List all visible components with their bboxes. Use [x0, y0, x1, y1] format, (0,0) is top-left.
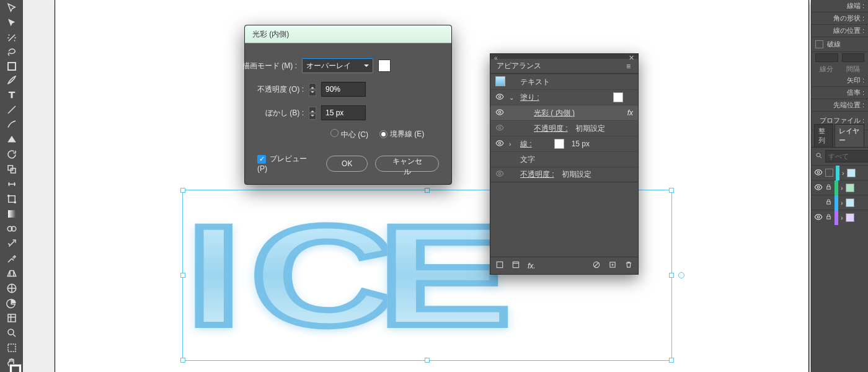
visibility-toggle-icon[interactable] [814, 168, 823, 178]
appearance-panel: ✕ アピアランス ≡ テキスト ⌄ 塗り : 光彩 ( 内側 ) fx 不透明度… [490, 53, 639, 275]
lock-icon[interactable] [825, 184, 832, 192]
stroke-width-value[interactable]: 15 px [572, 140, 590, 148]
opacity2-value: 初期設定 [562, 169, 591, 180]
layer-row[interactable]: › [812, 165, 868, 180]
visibility-toggle-icon[interactable] [814, 183, 823, 193]
mesh-tool-icon[interactable] [5, 283, 19, 294]
magic-wand-tool-icon[interactable] [5, 32, 19, 43]
opacity-label: 不透明度 (O) : [238, 84, 304, 95]
paintbrush-tool-icon[interactable] [5, 74, 19, 86]
stroke-label[interactable]: 線 : [520, 139, 532, 149]
inner-glow-effect-row[interactable]: 光彩 ( 内側 ) [534, 108, 575, 118]
svg-rect-24 [827, 202, 831, 204]
svg-point-4 [14, 202, 16, 203]
scale-tool-icon[interactable] [5, 164, 19, 175]
ice-text-object[interactable]: I C E [186, 205, 473, 347]
eyedropper-tool-icon[interactable] [5, 253, 19, 264]
duplicate-icon[interactable] [608, 260, 617, 271]
shaper-tool-icon[interactable] [5, 134, 19, 145]
layer-row[interactable]: › [812, 180, 868, 195]
svg-point-13 [498, 126, 501, 129]
selection-tool-icon[interactable] [5, 2, 19, 14]
search-icon [815, 152, 823, 161]
line-tool-icon[interactable] [5, 104, 19, 115]
svg-point-12 [498, 111, 501, 113]
no-fill-icon[interactable] [495, 260, 504, 271]
type-tool-icon[interactable] [5, 89, 19, 100]
perspective-grid-icon[interactable] [5, 268, 19, 279]
clear-appearance-icon[interactable] [512, 260, 520, 271]
layer-row[interactable]: › [812, 210, 868, 224]
opacity-input[interactable] [321, 82, 366, 97]
zoom-tool-icon[interactable] [5, 327, 19, 339]
lock-icon[interactable] [825, 198, 832, 206]
svg-point-20 [817, 153, 820, 157]
lasso-tool-icon[interactable] [5, 47, 19, 58]
symbol-sprayer-tool-icon[interactable] [5, 238, 19, 249]
svg-rect-5 [8, 210, 16, 218]
fill-label[interactable]: 塗り : [520, 92, 539, 103]
artboard-tool-icon[interactable] [5, 342, 19, 353]
tools-panel [0, 0, 23, 372]
trash-icon[interactable] [624, 260, 633, 271]
layer-search-input[interactable] [825, 150, 868, 162]
preview-checkbox[interactable]: プレビュー (P) [257, 154, 311, 173]
target-thumb [495, 76, 504, 88]
svg-point-11 [498, 95, 501, 98]
slice-tool-icon[interactable] [5, 312, 19, 324]
ok-button[interactable]: OK [326, 156, 368, 172]
cancel-button[interactable]: キャンセル [375, 156, 439, 172]
layer-row[interactable]: › [812, 195, 868, 210]
svg-rect-10 [8, 344, 16, 352]
inner-glow-dialog: 光彩 (内側) 描画モード (M) : オーバーレイ 不透明度 (O) : ぼか… [244, 25, 452, 185]
blend-mode-select[interactable]: オーバーレイ [302, 58, 373, 73]
opacity-label[interactable]: 不透明度 : [534, 123, 568, 134]
lock-icon[interactable] [825, 213, 832, 221]
dash-seg-label: 線分 [820, 64, 833, 74]
add-effect-icon[interactable]: fx. [528, 262, 536, 270]
graph-tool-icon[interactable] [5, 298, 19, 309]
tab-layers[interactable]: レイヤー [835, 124, 864, 147]
opacity-stepper[interactable] [309, 83, 316, 96]
appearance-tab[interactable]: アピアランス [497, 61, 541, 71]
fill-swatch[interactable] [613, 92, 623, 102]
glow-color-swatch[interactable] [378, 60, 391, 72]
disclosure-icon[interactable]: › [509, 141, 515, 148]
fx-indicator-icon[interactable]: fx [627, 108, 633, 117]
width-tool-icon[interactable] [5, 179, 19, 190]
panel-menu-icon[interactable]: ≡ [626, 62, 632, 71]
direct-selection-tool-icon[interactable] [5, 17, 19, 29]
free-transform-tool-icon[interactable] [5, 193, 19, 205]
collapse-icon[interactable] [494, 55, 498, 61]
stroke-swatch[interactable] [10, 365, 21, 372]
visibility-toggle-icon[interactable] [814, 213, 823, 223]
rectangle-tool-icon[interactable] [5, 62, 19, 71]
svg-rect-26 [827, 216, 831, 219]
origin-edge-radio[interactable]: 境界線 (E) [379, 129, 424, 140]
origin-center-radio[interactable]: 中心 (C) [330, 129, 368, 140]
visibility-toggle-icon[interactable] [495, 139, 504, 149]
dashed-checkbox[interactable] [815, 40, 823, 48]
disable-icon[interactable] [592, 260, 601, 271]
gradient-tool-icon[interactable] [5, 208, 19, 219]
dialog-title[interactable]: 光彩 (内側) [245, 25, 451, 43]
close-icon[interactable]: ✕ [629, 54, 634, 62]
blur-stepper[interactable] [309, 107, 316, 120]
opacity2-label[interactable]: 不透明度 : [520, 169, 554, 180]
stroke-cap-label: 線端 : [812, 0, 868, 12]
svg-point-14 [498, 142, 501, 144]
tab-align[interactable]: 整列 [814, 124, 833, 147]
arc-tool-icon[interactable] [5, 119, 19, 130]
arrow-align-label: 先端位置 : [812, 99, 868, 112]
arrow-label: 矢印 : [812, 74, 868, 87]
rotate-tool-icon[interactable] [5, 149, 19, 160]
visibility-toggle-icon[interactable] [495, 108, 504, 118]
visibility-toggle-icon[interactable] [495, 92, 504, 103]
blur-input[interactable] [321, 105, 366, 120]
stroke-swatch[interactable] [554, 139, 564, 149]
visibility-toggle-icon[interactable] [495, 123, 504, 134]
blend-tool-icon[interactable] [5, 223, 19, 234]
visibility-toggle-icon[interactable] [495, 169, 504, 180]
disclosure-icon[interactable]: ⌄ [509, 94, 515, 101]
panel-drag-bar[interactable]: ✕ [490, 54, 638, 59]
